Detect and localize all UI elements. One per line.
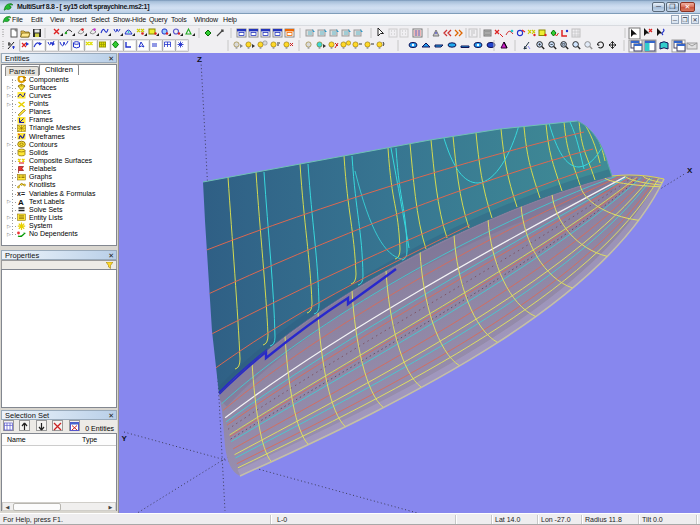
svg-text:Y: Y bbox=[122, 434, 128, 443]
svg-text:X: X bbox=[687, 166, 693, 175]
svg-text:x=: x= bbox=[17, 190, 25, 197]
svg-text:Z: Z bbox=[197, 55, 202, 64]
